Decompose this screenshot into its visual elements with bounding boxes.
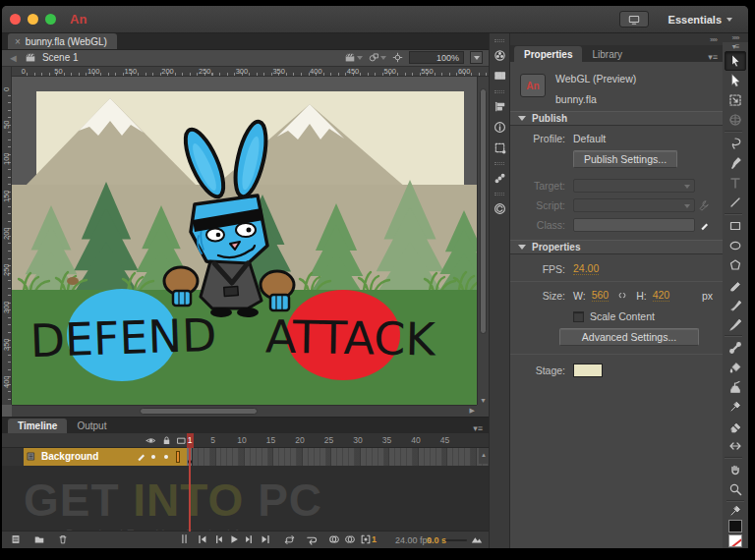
stroke-color-eyedropper-icon[interactable] <box>725 503 746 518</box>
workspace-switcher[interactable]: Essentials <box>661 10 740 29</box>
tab-output[interactable]: Output <box>67 419 116 433</box>
timeline-zoom-icon[interactable] <box>471 533 483 545</box>
outline-icon[interactable] <box>176 435 187 446</box>
transform-panel-icon[interactable] <box>490 138 509 158</box>
tab-properties[interactable]: Properties <box>514 46 582 62</box>
zoom-level-dropdown-button[interactable] <box>470 51 483 64</box>
close-tab-icon[interactable]: × <box>15 36 21 47</box>
publish-section-header[interactable]: Publish <box>510 111 723 126</box>
paint-bucket-tool[interactable] <box>725 358 746 377</box>
horizontal-scroll-thumb[interactable] <box>140 408 258 415</box>
frames-scroll-up-arrow[interactable]: ▲ <box>479 448 489 464</box>
polystar-tool[interactable] <box>725 255 746 275</box>
publish-settings-button[interactable]: Publish Settings... <box>573 150 677 168</box>
line-tool[interactable] <box>725 193 746 212</box>
3d-rotation-tool[interactable] <box>725 110 746 130</box>
scroll-down-arrow[interactable]: ▼ <box>478 397 489 404</box>
edit-symbols-button[interactable] <box>369 52 386 63</box>
info-panel-icon[interactable] <box>490 117 509 138</box>
center-stage-button[interactable] <box>392 52 403 63</box>
loop-icon[interactable] <box>283 533 296 546</box>
onion-outline-icon[interactable] <box>344 533 356 545</box>
stage-canvas[interactable]: DEFEND ATTACK <box>12 77 477 406</box>
link-width-height-icon[interactable] <box>616 290 628 302</box>
layer-background[interactable]: Background <box>2 448 187 466</box>
layer-visibility-dot[interactable] <box>151 455 155 459</box>
width-tool[interactable] <box>725 436 746 456</box>
collapse-panels-icon[interactable]: »» <box>510 33 723 45</box>
subselection-tool[interactable] <box>725 71 746 90</box>
collapse-tools-icon[interactable]: »» <box>723 33 748 42</box>
selection-tool[interactable] <box>725 51 746 71</box>
text-tool[interactable] <box>725 173 746 193</box>
layer-outline-color[interactable] <box>176 451 180 463</box>
layer-name[interactable]: Background <box>41 451 98 462</box>
minimize-window-button[interactable] <box>28 14 38 25</box>
trash-icon[interactable] <box>57 533 69 545</box>
layer-lock-dot[interactable] <box>164 455 168 459</box>
next-frame-icon[interactable] <box>244 533 256 545</box>
loop-range-icon[interactable] <box>305 533 318 546</box>
eyedropper-tool[interactable] <box>725 397 746 417</box>
timeline-panel-menu-icon[interactable]: ▾≡ <box>473 423 489 433</box>
lasso-tool[interactable] <box>725 134 746 153</box>
tab-timeline[interactable]: Timeline <box>8 419 67 433</box>
stage-horizontal-scrollbar[interactable]: ▶ <box>12 405 477 417</box>
stroke-color-swatch[interactable] <box>725 519 746 533</box>
timeline-zoom-slider[interactable] <box>445 539 467 541</box>
close-window-button[interactable] <box>10 14 21 25</box>
swatches-panel-icon[interactable] <box>490 66 509 86</box>
scroll-right-arrow[interactable]: ▶ <box>470 407 475 415</box>
tools-panel-menu-icon[interactable]: ▾≡ <box>723 42 748 51</box>
advanced-settings-button[interactable]: Advanced Settings... <box>559 328 699 346</box>
scale-content-checkbox[interactable] <box>573 311 584 322</box>
ink-bottle-tool[interactable] <box>725 377 746 397</box>
new-layer-icon[interactable] <box>10 533 22 545</box>
layer-frames-strip[interactable]: ▲ <box>187 448 489 466</box>
eraser-tool[interactable] <box>725 417 746 436</box>
pencil-tool[interactable] <box>725 275 746 295</box>
brush-tool[interactable] <box>725 295 746 314</box>
stage-vertical-scrollbar[interactable]: ▼ <box>477 77 489 405</box>
stage-color-swatch[interactable] <box>573 364 603 377</box>
color-panel-icon[interactable] <box>490 45 509 66</box>
width-value[interactable]: 560 <box>592 289 610 302</box>
play-icon[interactable] <box>228 533 240 545</box>
properties-section-header[interactable]: Properties <box>510 240 723 254</box>
playhead[interactable] <box>189 433 191 532</box>
height-value[interactable]: 420 <box>653 289 670 302</box>
prev-frame-icon[interactable] <box>212 533 224 545</box>
eye-icon[interactable] <box>145 435 156 446</box>
onion-skin-icon[interactable] <box>328 533 340 545</box>
rectangle-tool[interactable] <box>725 216 746 236</box>
scene-breadcrumb[interactable]: Scene 1 <box>42 52 79 63</box>
edit-multiple-frames-icon[interactable] <box>360 533 372 545</box>
document-tab[interactable]: × bunny.fla (WebGL) <box>8 33 117 49</box>
bone-tool[interactable] <box>725 338 746 358</box>
zoom-tool[interactable] <box>725 479 746 499</box>
pen-tool[interactable] <box>725 153 746 173</box>
tab-library[interactable]: Library <box>582 46 632 62</box>
fill-color-swatch[interactable] <box>725 533 746 548</box>
zoom-level-select[interactable]: 100% <box>409 51 464 64</box>
creative-cloud-icon[interactable] <box>490 198 509 219</box>
oval-tool[interactable] <box>725 236 746 255</box>
zoom-window-button[interactable] <box>45 14 56 25</box>
last-frame-icon[interactable] <box>260 533 271 545</box>
properties-panel-menu-icon[interactable]: ▾≡ <box>708 52 723 62</box>
first-frame-icon[interactable] <box>197 533 208 545</box>
frame-ruler[interactable]: 151015202530354045 <box>187 433 489 447</box>
free-transform-tool[interactable] <box>725 90 746 110</box>
hand-tool[interactable] <box>725 460 746 479</box>
edit-scene-button[interactable] <box>344 52 363 64</box>
fps-value[interactable]: 24.00 <box>573 262 599 275</box>
stage-viewport[interactable]: DEFEND ATTACK <box>12 77 477 406</box>
center-frame-icon[interactable] <box>179 533 190 544</box>
align-panel-icon[interactable] <box>490 96 509 117</box>
back-arrow-icon[interactable]: ◄ <box>8 52 19 64</box>
document-name[interactable]: bunny.fla <box>555 93 636 105</box>
history-panel-icon[interactable] <box>490 168 509 189</box>
vertical-scroll-thumb[interactable] <box>480 88 487 334</box>
paint-brush-tool[interactable] <box>725 314 746 334</box>
new-folder-icon[interactable] <box>33 533 45 545</box>
